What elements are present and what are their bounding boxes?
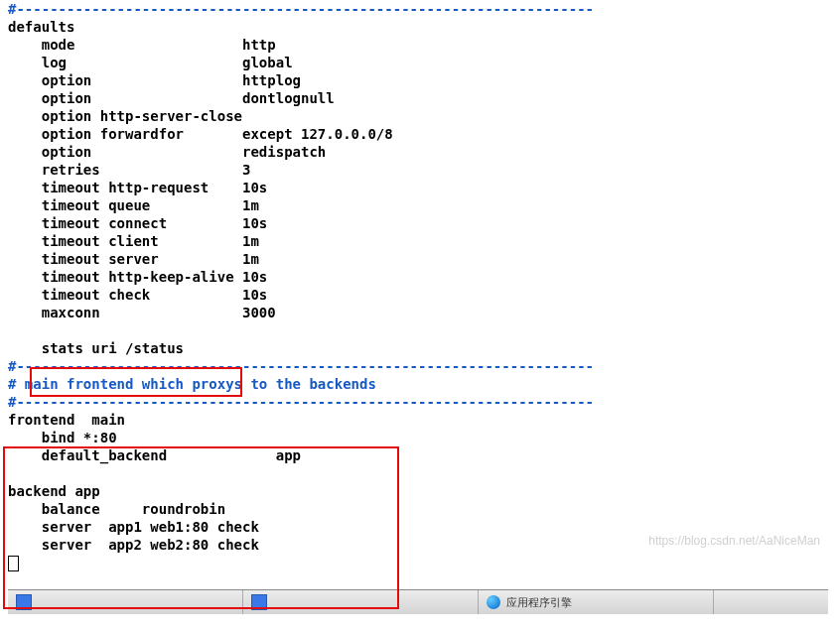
taskbar-item[interactable]: 应用程序引擎 [479, 590, 714, 614]
frontend-heading: frontend main [8, 411, 832, 429]
cfg-line: option forwardfor except 127.0.0.0/8 [8, 125, 832, 143]
cfg-line: timeout client 1m [8, 232, 832, 250]
app-icon [251, 594, 267, 610]
cfg-line: mode http [8, 36, 832, 54]
cfg-line: retries 3 [8, 161, 832, 179]
blank-line [8, 464, 832, 482]
dash-line: #---------------------------------------… [8, 357, 832, 375]
cfg-line: timeout connect 10s [8, 214, 832, 232]
blank-line [8, 321, 832, 339]
globe-icon [487, 595, 500, 609]
cfg-line: timeout http-keep-alive 10s [8, 268, 832, 286]
cfg-line: log global [8, 54, 832, 71]
cfg-line: option dontlognull [8, 89, 832, 107]
stats-line: stats uri /status [8, 339, 832, 357]
cfg-line: option redispatch [8, 143, 832, 161]
dash-line: #---------------------------------------… [8, 393, 832, 411]
config-text: #---------------------------------------… [0, 0, 840, 571]
comment-main: # main frontend which proxys to the back… [8, 375, 832, 393]
watermark-text: https://blog.csdn.net/AaNiceMan [648, 534, 820, 548]
taskbar-label: 应用程序引擎 [506, 595, 572, 610]
cfg-line: timeout check 10s [8, 286, 832, 304]
cfg-line: timeout http-request 10s [8, 179, 832, 196]
taskbar: 应用程序引擎 [8, 589, 828, 614]
cfg-line: timeout server 1m [8, 250, 832, 268]
backend-balance: balance roundrobin [8, 500, 832, 518]
defaults-heading: defaults [8, 18, 832, 36]
cfg-line: option httplog [8, 71, 832, 89]
cursor-icon [8, 556, 19, 571]
dash-line: #---------------------------------------… [8, 0, 832, 18]
frontend-bind: bind *:80 [8, 429, 832, 446]
cfg-line: option http-server-close [8, 107, 832, 125]
cfg-line: timeout queue 1m [8, 196, 832, 214]
frontend-default: default_backend app [8, 446, 832, 464]
cfg-line: maxconn 3000 [8, 304, 832, 321]
app-icon [16, 594, 32, 610]
backend-heading: backend app [8, 482, 832, 500]
cursor-line [8, 554, 832, 571]
taskbar-item[interactable] [8, 590, 243, 614]
taskbar-item[interactable] [243, 590, 479, 614]
